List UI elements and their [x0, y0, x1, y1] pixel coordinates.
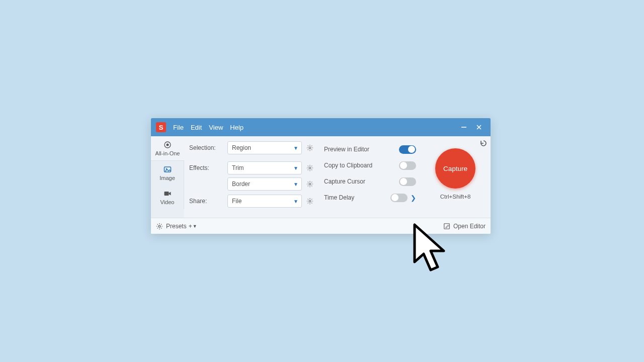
close-button[interactable] [471, 120, 487, 134]
gear-icon [306, 180, 313, 188]
chevron-down-icon: ▼ [293, 145, 298, 151]
share-settings-button[interactable] [305, 196, 315, 206]
preview-toggle[interactable] [399, 145, 416, 154]
tab-label: All-in-One [153, 150, 182, 156]
svg-point-12 [158, 225, 160, 227]
share-label: Share: [189, 198, 224, 205]
svg-point-9 [309, 167, 311, 169]
app-icon: S [156, 122, 166, 132]
open-editor-label: Open Editor [453, 223, 486, 230]
svg-point-8 [309, 147, 311, 149]
svg-point-11 [309, 200, 311, 202]
cursor-toggle[interactable] [399, 177, 416, 186]
clipboard-toggle-row: Copy to Clipboard [324, 157, 416, 173]
chevron-down-icon: ▼ [193, 224, 197, 229]
dropdown-text: Trim [232, 164, 293, 171]
capture-shortcut: Ctrl+Shift+8 [440, 194, 471, 200]
dropdown-text: File [232, 198, 293, 205]
toggle-label: Capture Cursor [324, 178, 399, 185]
add-preset-button[interactable]: +▼ [189, 223, 197, 230]
gear-icon [306, 164, 313, 171]
svg-rect-7 [164, 192, 169, 196]
dropdown-text: Region [232, 144, 293, 151]
selection-label: Selection: [189, 144, 224, 151]
share-dropdown[interactable]: File ▼ [227, 195, 302, 208]
minimize-icon [461, 124, 467, 130]
body: All-in-One Image Video [151, 136, 491, 218]
menu-help[interactable]: Help [230, 124, 244, 131]
video-icon [153, 189, 182, 198]
selection-dropdown[interactable]: Region ▼ [227, 141, 302, 154]
close-icon [476, 124, 482, 130]
footer: Presets +▼ Open Editor [151, 218, 491, 234]
settings-column: Selection: Region ▼ Effects: Trim ▼ [189, 141, 315, 211]
plus-icon: + [189, 223, 192, 230]
side-tabs: All-in-One Image Video [151, 136, 184, 218]
main-panel: Selection: Region ▼ Effects: Trim ▼ [184, 136, 491, 218]
image-icon [153, 165, 182, 174]
menu-view[interactable]: View [209, 124, 223, 131]
toggles-column: Preview in Editor Copy to Clipboard Capt… [324, 141, 416, 211]
titlebar: S File Edit View Help [151, 118, 491, 136]
effects-dropdown-2[interactable]: Border ▼ [227, 177, 302, 191]
clipboard-toggle[interactable] [399, 161, 416, 170]
presets-button[interactable]: Presets [156, 223, 187, 230]
edit-icon [443, 223, 450, 230]
tab-label: Image [153, 175, 182, 181]
delay-expand-button[interactable]: ❯ [411, 194, 416, 202]
gear-icon [156, 223, 163, 230]
minimize-button[interactable] [456, 120, 471, 134]
dropdown-text: Border [232, 180, 293, 188]
effects-dropdown-1[interactable]: Trim ▼ [227, 161, 302, 174]
snagit-capture-window: S File Edit View Help All-in-One [151, 118, 491, 234]
chevron-down-icon: ▼ [293, 165, 298, 171]
open-editor-button[interactable]: Open Editor [443, 223, 486, 230]
capture-column: Capture Ctrl+Shift+8 [425, 141, 486, 211]
tab-all-in-one[interactable]: All-in-One [151, 136, 184, 161]
chevron-down-icon: ▼ [293, 199, 298, 204]
delay-toggle-row: Time Delay ❯ [324, 190, 416, 206]
svg-point-10 [309, 183, 311, 185]
effects-settings-button-2[interactable] [305, 179, 315, 189]
gear-icon [306, 144, 313, 151]
effects-row-2: Border ▼ [189, 177, 315, 191]
share-row: Share: File ▼ [189, 195, 315, 208]
target-icon [153, 140, 182, 149]
menu-edit[interactable]: Edit [191, 124, 202, 131]
effects-settings-button-1[interactable] [305, 163, 315, 173]
toggle-label: Time Delay [324, 194, 390, 201]
delay-toggle[interactable] [390, 194, 408, 202]
preview-toggle-row: Preview in Editor [324, 141, 416, 157]
capture-button[interactable]: Capture [435, 148, 475, 189]
menu-file[interactable]: File [173, 124, 184, 131]
presets-label: Presets [166, 223, 187, 230]
effects-row-1: Effects: Trim ▼ [189, 161, 315, 174]
selection-row: Selection: Region ▼ [189, 141, 315, 154]
effects-label: Effects: [189, 164, 224, 171]
toggle-label: Preview in Editor [324, 146, 399, 153]
tab-video[interactable]: Video [151, 185, 184, 209]
selection-settings-button[interactable] [305, 143, 315, 153]
tab-label: Video [153, 199, 182, 205]
svg-point-4 [167, 144, 169, 146]
chevron-down-icon: ▼ [293, 182, 298, 187]
cursor-toggle-row: Capture Cursor [324, 173, 416, 190]
gear-icon [306, 198, 313, 205]
toggle-label: Copy to Clipboard [324, 162, 399, 169]
tab-image[interactable]: Image [151, 161, 184, 185]
